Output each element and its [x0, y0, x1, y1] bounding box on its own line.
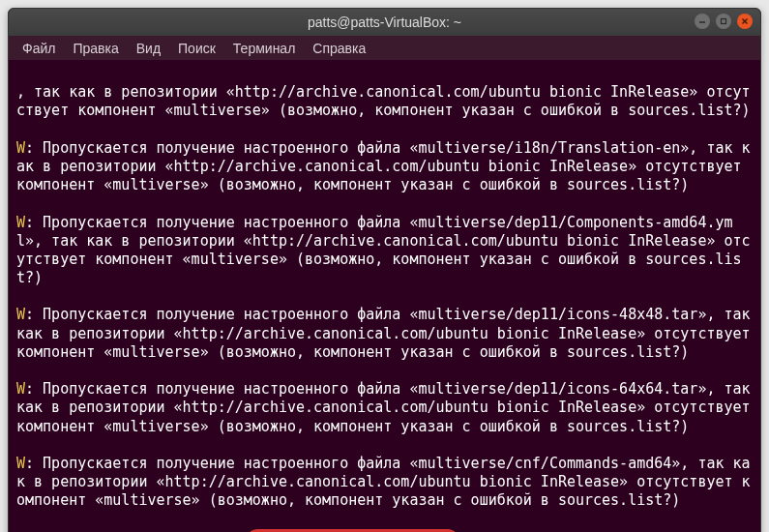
menu-terminal[interactable]: Терминал [225, 39, 303, 58]
menu-view[interactable]: Вид [129, 39, 168, 58]
window-controls [695, 14, 753, 29]
window-title: patts@patts-VirtualBox: ~ [308, 15, 461, 30]
terminal-output[interactable]: , так как в репозитории «http://archive.… [9, 61, 760, 532]
close-button[interactable] [737, 14, 753, 29]
output-line: W: Пропускается получение настроенного ф… [16, 455, 753, 511]
titlebar[interactable]: patts@patts-VirtualBox: ~ [9, 9, 760, 36]
output-line: W: Пропускается получение настроенного ф… [16, 139, 753, 195]
terminal-window: patts@patts-VirtualBox: ~ Файл Правка Ви… [8, 8, 761, 532]
maximize-button[interactable] [716, 14, 731, 29]
svg-rect-1 [722, 19, 726, 24]
menu-search[interactable]: Поиск [170, 39, 223, 58]
output-line: , так как в репозитории «http://archive.… [16, 83, 753, 120]
output-line: W: Пропускается получение настроенного ф… [16, 306, 753, 362]
menubar: Файл Правка Вид Поиск Терминал Справка [9, 36, 760, 61]
minimize-button[interactable] [695, 14, 710, 29]
menu-edit[interactable]: Правка [65, 39, 126, 58]
menu-help[interactable]: Справка [305, 39, 373, 58]
output-line: W: Пропускается получение настроенного ф… [16, 214, 753, 288]
menu-file[interactable]: Файл [15, 39, 63, 58]
output-line: W: Пропускается получение настроенного ф… [16, 380, 753, 436]
